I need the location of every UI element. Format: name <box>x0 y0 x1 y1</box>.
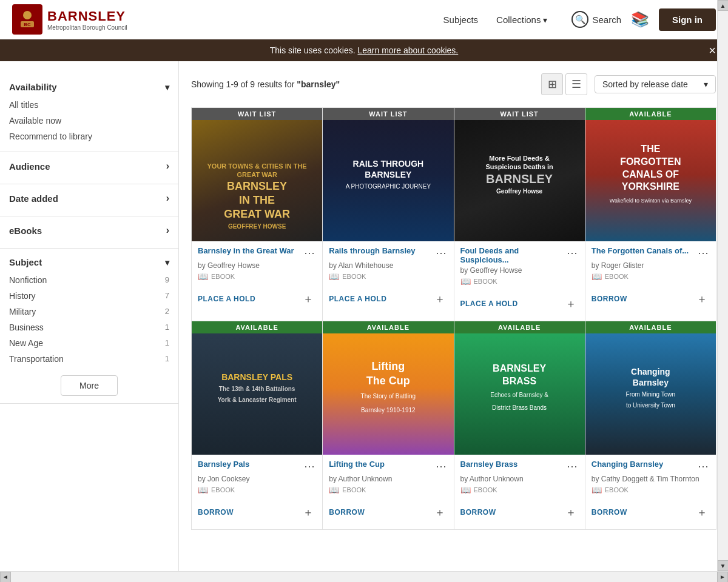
book-format-3: 📖 EBOOK <box>592 272 710 281</box>
book-cover-5: LiftingThe CupThe Story of BattlingBarns… <box>323 321 453 455</box>
filter-all-titles[interactable]: All titles <box>9 97 169 113</box>
subjects-nav-item[interactable]: Subjects <box>443 15 479 25</box>
scroll-left-arrow[interactable]: ◄ <box>0 572 11 583</box>
cookie-learn-link[interactable]: Learn more about cookies. <box>357 45 458 55</box>
book-cover-7: ChangingBarnsleyFrom Mining Townto Unive… <box>585 321 716 455</box>
book-title-1[interactable]: Rails through Barnsley <box>329 246 434 255</box>
ebook-icon-0: 📖 <box>198 272 208 281</box>
sort-dropdown[interactable]: Sorted by release date <box>595 75 716 93</box>
book-card-3: AVAILABLE THEFORGOTTENCANALS OFYORKSHIRE… <box>585 107 716 321</box>
place-hold-btn-1[interactable]: PLACE A HOLD <box>329 292 386 306</box>
book-actions-6: BORROW ＋ <box>454 499 585 522</box>
library-icon[interactable]: 📚 <box>631 11 649 28</box>
subject-transportation[interactable]: Transportation 1 <box>9 351 169 367</box>
cookie-close-button[interactable]: × <box>709 44 716 58</box>
availability-section: Availability All titles Available now Re… <box>0 73 178 152</box>
main-nav: Subjects Collections <box>443 15 548 25</box>
scroll-right-arrow[interactable]: ► <box>717 572 728 583</box>
audience-header[interactable]: Audience <box>9 152 169 176</box>
book-menu-7[interactable]: ⋯ <box>696 460 710 473</box>
svg-text:BC: BC <box>24 22 31 27</box>
borrow-btn-5[interactable]: BORROW <box>329 505 365 520</box>
add-wishlist-btn-7[interactable]: ＋ <box>694 503 710 522</box>
list-icon: ☰ <box>571 78 581 91</box>
book-card-7: AVAILABLE ChangingBarnsleyFrom Mining To… <box>585 321 716 530</box>
book-author-2: by Geoffrey Howse <box>460 266 579 275</box>
ebooks-header[interactable]: eBooks <box>9 216 169 241</box>
add-wishlist-btn-2[interactable]: ＋ <box>563 294 579 313</box>
book-format-4: 📖 EBOOK <box>198 485 316 495</box>
sidebar: Availability All titles Available now Re… <box>0 61 179 577</box>
svg-point-1 <box>23 11 32 19</box>
book-author-3: by Roger Glister <box>592 261 710 270</box>
book-author-6: by Author Unknown <box>460 475 579 483</box>
filter-available-now[interactable]: Available now <box>9 113 169 129</box>
book-menu-0[interactable]: ⋯ <box>303 246 316 259</box>
more-button[interactable]: More <box>61 375 118 396</box>
add-wishlist-btn-4[interactable]: ＋ <box>300 503 316 522</box>
view-sort-area: ⊞ ☰ Sorted by release date <box>541 73 716 95</box>
subject-newage[interactable]: New Age 1 <box>9 335 169 351</box>
borrow-btn-4[interactable]: BORROW <box>198 505 234 520</box>
add-wishlist-btn-3[interactable]: ＋ <box>694 289 710 309</box>
search-button[interactable]: 🔍 Search <box>571 11 621 28</box>
book-menu-3[interactable]: ⋯ <box>696 246 710 259</box>
book-menu-6[interactable]: ⋯ <box>565 460 579 473</box>
book-menu-4[interactable]: ⋯ <box>303 460 316 473</box>
book-title-7[interactable]: Changing Barnsley <box>592 460 696 469</box>
subject-military[interactable]: Military 2 <box>9 304 169 319</box>
sign-in-button[interactable]: Sign in <box>659 8 716 31</box>
subject-chevron-icon <box>165 257 169 267</box>
logo-main-text: BARNSLEY <box>47 8 127 24</box>
book-info-6: Barnsley Brass ⋯ by Author Unknown 📖 EBO… <box>454 455 585 499</box>
book-menu-2[interactable]: ⋯ <box>565 246 579 259</box>
book-menu-5[interactable]: ⋯ <box>434 460 448 473</box>
book-info-0: Barnsley in the Great War ⋯ by Geoffrey … <box>192 241 322 286</box>
borrow-btn-7[interactable]: BORROW <box>592 505 627 520</box>
filter-recommend[interactable]: Recommend to library <box>9 129 169 144</box>
book-author-5: by Author Unknown <box>329 475 447 483</box>
add-wishlist-btn-0[interactable]: ＋ <box>300 289 316 309</box>
logo-text-area: BARNSLEY Metropolitan Borough Council <box>47 8 127 31</box>
book-format-2: 📖 EBOOK <box>460 276 579 286</box>
book-author-7: by Cathy Doggett & Tim Thornton <box>592 475 710 483</box>
add-wishlist-btn-6[interactable]: ＋ <box>563 503 579 522</box>
book-format-1: 📖 EBOOK <box>329 272 447 281</box>
book-cover-0: YOUR TOWNS & CITIES IN THE GREAT WARBARN… <box>192 108 322 241</box>
book-actions-0: PLACE A HOLD ＋ <box>192 286 322 309</box>
add-wishlist-btn-1[interactable]: ＋ <box>432 289 448 309</box>
scroll-up-arrow[interactable]: ▲ <box>718 0 729 11</box>
add-wishlist-btn-5[interactable]: ＋ <box>432 503 448 522</box>
book-cover-1: RAILS THROUGHBARNSLEYA PHOTOGRAPHIC JOUR… <box>323 108 453 241</box>
date-added-header[interactable]: Date added <box>9 184 169 209</box>
book-menu-1[interactable]: ⋯ <box>434 246 448 259</box>
ebooks-section: eBooks <box>0 216 178 249</box>
book-title-6[interactable]: Barnsley Brass <box>460 460 565 469</box>
subject-business[interactable]: Business 1 <box>9 319 169 335</box>
ebook-icon-5: 📖 <box>329 485 339 495</box>
book-actions-2: PLACE A HOLD ＋ <box>454 290 585 313</box>
subject-header[interactable]: Subject <box>9 249 169 272</box>
book-cover-6: BARNSLEYBRASSEchoes of Barnsley &Distric… <box>454 321 585 455</box>
list-view-button[interactable]: ☰ <box>565 73 587 95</box>
availability-header[interactable]: Availability <box>9 73 169 97</box>
view-toggle: ⊞ ☰ <box>541 73 587 95</box>
book-title-5[interactable]: Lifting the Cup <box>329 460 434 469</box>
subject-history[interactable]: History 7 <box>9 288 169 304</box>
horizontal-scrollbar[interactable]: ◄ ► <box>0 571 728 582</box>
cookie-text: This site uses cookies. <box>270 45 356 55</box>
collections-nav-item[interactable]: Collections <box>496 15 547 25</box>
book-author-4: by Jon Cooksey <box>198 475 316 483</box>
grid-view-button[interactable]: ⊞ <box>541 73 563 95</box>
place-hold-btn-0[interactable]: PLACE A HOLD <box>198 292 255 306</box>
book-title-3[interactable]: The Forgotten Canals of... <box>592 246 696 255</box>
book-title-0[interactable]: Barnsley in the Great War <box>198 246 303 255</box>
place-hold-btn-2[interactable]: PLACE A HOLD <box>460 296 518 311</box>
subject-nonfiction[interactable]: Nonfiction 9 <box>9 272 169 288</box>
scroll-down-arrow[interactable]: ▼ <box>718 560 729 571</box>
vertical-scrollbar[interactable]: ▲ ▼ <box>717 0 728 571</box>
book-title-4[interactable]: Barnsley Pals <box>198 460 303 469</box>
borrow-btn-3[interactable]: BORROW <box>592 292 627 306</box>
borrow-btn-6[interactable]: BORROW <box>460 505 496 520</box>
book-title-2[interactable]: Foul Deeds and Suspicious... <box>460 246 565 264</box>
